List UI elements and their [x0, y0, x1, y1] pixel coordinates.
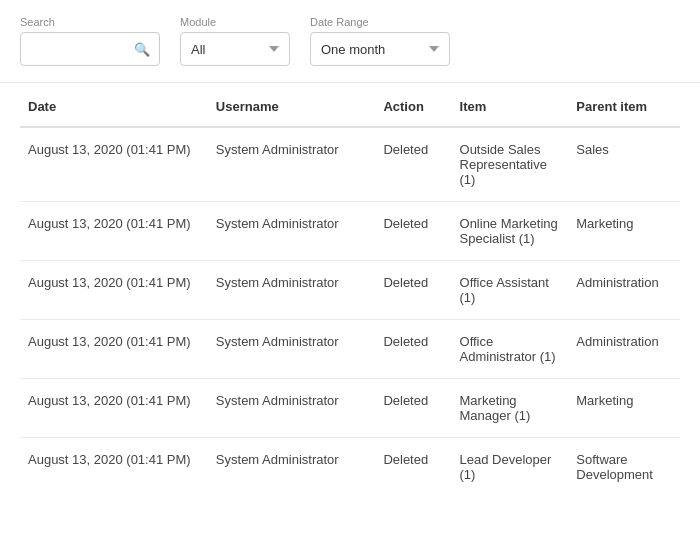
audit-table: Date Username Action Item Parent item Au…	[20, 83, 680, 496]
date-range-select[interactable]: One month One week Three months One year	[310, 32, 450, 66]
cell-item: Office Assistant (1)	[452, 261, 569, 320]
cell-parent-item: Software Development	[568, 438, 680, 497]
header-item: Item	[452, 83, 569, 127]
date-range-field-group: Date Range One month One week Three mont…	[310, 16, 450, 66]
cell-date: August 13, 2020 (01:41 PM)	[20, 202, 208, 261]
module-label: Module	[180, 16, 290, 28]
cell-action: Deleted	[375, 202, 451, 261]
cell-date: August 13, 2020 (01:41 PM)	[20, 127, 208, 202]
header-parent-item: Parent item	[568, 83, 680, 127]
cell-item: Outside Sales Representative (1)	[452, 127, 569, 202]
cell-username: System Administrator	[208, 438, 376, 497]
cell-item: Lead Developer (1)	[452, 438, 569, 497]
cell-username: System Administrator	[208, 379, 376, 438]
cell-action: Deleted	[375, 261, 451, 320]
cell-parent-item: Marketing	[568, 379, 680, 438]
table-header-row: Date Username Action Item Parent item	[20, 83, 680, 127]
date-range-label: Date Range	[310, 16, 450, 28]
cell-item: Online Marketing Specialist (1)	[452, 202, 569, 261]
cell-action: Deleted	[375, 379, 451, 438]
search-input[interactable]	[20, 32, 160, 66]
cell-parent-item: Sales	[568, 127, 680, 202]
cell-date: August 13, 2020 (01:41 PM)	[20, 261, 208, 320]
cell-username: System Administrator	[208, 261, 376, 320]
search-label: Search	[20, 16, 160, 28]
table-row: August 13, 2020 (01:41 PM)System Adminis…	[20, 127, 680, 202]
cell-action: Deleted	[375, 438, 451, 497]
header-date: Date	[20, 83, 208, 127]
search-field-group: Search 🔍	[20, 16, 160, 66]
table-row: August 13, 2020 (01:41 PM)System Adminis…	[20, 320, 680, 379]
cell-item: Office Administrator (1)	[452, 320, 569, 379]
cell-action: Deleted	[375, 127, 451, 202]
cell-item: Marketing Manager (1)	[452, 379, 569, 438]
search-wrapper: 🔍	[20, 32, 160, 66]
cell-parent-item: Administration	[568, 320, 680, 379]
header-action: Action	[375, 83, 451, 127]
cell-username: System Administrator	[208, 202, 376, 261]
cell-username: System Administrator	[208, 320, 376, 379]
table-row: August 13, 2020 (01:41 PM)System Adminis…	[20, 438, 680, 497]
header-username: Username	[208, 83, 376, 127]
table-row: August 13, 2020 (01:41 PM)System Adminis…	[20, 379, 680, 438]
cell-username: System Administrator	[208, 127, 376, 202]
cell-date: August 13, 2020 (01:41 PM)	[20, 379, 208, 438]
cell-parent-item: Administration	[568, 261, 680, 320]
toolbar: Search 🔍 Module All Date Range One month…	[0, 0, 700, 83]
cell-date: August 13, 2020 (01:41 PM)	[20, 320, 208, 379]
cell-date: August 13, 2020 (01:41 PM)	[20, 438, 208, 497]
cell-parent-item: Marketing	[568, 202, 680, 261]
cell-action: Deleted	[375, 320, 451, 379]
table-row: August 13, 2020 (01:41 PM)System Adminis…	[20, 261, 680, 320]
module-field-group: Module All	[180, 16, 290, 66]
module-select[interactable]: All	[180, 32, 290, 66]
table-row: August 13, 2020 (01:41 PM)System Adminis…	[20, 202, 680, 261]
table-container: Date Username Action Item Parent item Au…	[0, 83, 700, 543]
